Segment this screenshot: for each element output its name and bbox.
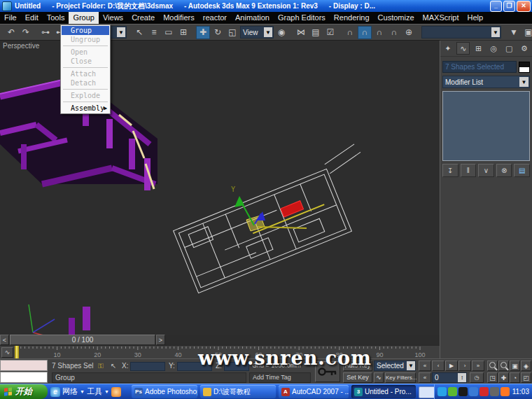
group-menu-item-open[interactable]: Open (62, 48, 109, 57)
flashget-tray-icon[interactable] (500, 387, 510, 396)
add-time-tag[interactable]: Add Time Tag (249, 372, 311, 383)
reference-coordinate-dropdown[interactable]: View ▼ (240, 26, 274, 38)
menu-item-rendering[interactable]: Rendering (330, 12, 374, 24)
transform-typein-mode-icon[interactable]: ↖ (111, 362, 116, 370)
viewport-label[interactable]: Perspective (3, 42, 39, 50)
key-mode-toggle-button[interactable]: « (419, 372, 431, 383)
spinner-snap-icon[interactable]: ∩ (387, 26, 401, 39)
gray-tray-icon[interactable] (490, 387, 499, 396)
key-mode-dropdown[interactable]: Selected ▼ (374, 360, 416, 371)
zoom-extents-icon[interactable]: ▣ (510, 360, 520, 371)
group-menu-item-attach[interactable]: Attach (62, 69, 109, 78)
taskbar-task-2[interactable]: D:\波哥教程 (200, 385, 276, 398)
menu-item-tools[interactable]: Tools (43, 12, 69, 24)
orange-app-icon[interactable] (111, 387, 121, 397)
select-and-link-icon[interactable]: ⊶ (38, 26, 52, 39)
taskbar-task-3[interactable]: AAutoCAD 2007 - ... (279, 385, 349, 398)
language-bar-icon[interactable] (419, 386, 435, 398)
menu-item-views[interactable]: Views (99, 12, 127, 24)
quick-launch-network[interactable]: 网络 (62, 386, 78, 397)
msn-tray-icon[interactable] (469, 387, 478, 396)
tab-display-icon[interactable]: ▢ (503, 42, 516, 55)
menu-item-maxscript[interactable]: MAXScript (419, 12, 463, 24)
object-name-field[interactable]: 7 Shapes Selected (442, 61, 517, 73)
window-crossing-icon[interactable]: ⊞ (176, 26, 190, 39)
undo-icon[interactable]: ↶ (4, 26, 18, 39)
pin-stack-button[interactable]: ↧ (442, 164, 458, 177)
menu-item-edit[interactable]: Edit (21, 12, 43, 24)
group-menu-item-assembly[interactable]: Assembly▶ (62, 104, 109, 113)
zoom-icon[interactable] (487, 360, 498, 371)
material-editor-icon[interactable]: ▼ (507, 26, 521, 39)
render-setup-icon[interactable]: ▣ (522, 26, 532, 39)
taskbar-task-4[interactable]: 3Untitled - Pro... (351, 385, 416, 398)
group-menu-item-detach[interactable]: Detach (62, 78, 109, 88)
configure-modifier-sets-button[interactable]: ▤ (514, 164, 530, 177)
maxscript-listener-white[interactable] (0, 372, 48, 383)
qq-tray-icon[interactable] (458, 387, 468, 396)
mirror-icon[interactable]: ⋈ (294, 26, 308, 39)
go-to-start-button[interactable]: « (419, 360, 431, 371)
angle-snap-icon[interactable]: ∩ (358, 26, 372, 39)
region-zoom-icon[interactable]: ◳ (487, 372, 498, 383)
tab-utilities-icon[interactable]: ⚙ (518, 42, 531, 55)
maximize-viewport-toggle-icon[interactable]: ◰ (521, 372, 531, 383)
menu-item-create[interactable]: Create (127, 12, 159, 24)
set-key-button[interactable]: Set Key (343, 372, 372, 383)
select-and-move-icon[interactable]: ✚ (196, 26, 210, 39)
percent-snap-icon[interactable]: ∩ (372, 26, 386, 39)
select-by-name-icon[interactable]: ≡ (147, 26, 161, 39)
modifier-list-dropdown[interactable]: Modifier List ▼ (442, 76, 530, 88)
object-color-swatch[interactable] (519, 62, 530, 73)
menu-item-modifiers[interactable]: Modifiers (159, 12, 199, 24)
taskbar-task-1[interactable]: PsAdobe Photoshop (132, 385, 197, 398)
group-menu-item-group[interactable]: Group (62, 26, 109, 35)
menu-item-help[interactable]: Help (463, 12, 488, 24)
rectangular-selection-region-icon[interactable]: ▭ (162, 26, 176, 39)
tab-create-icon[interactable]: ✦ (441, 42, 454, 55)
select-and-rotate-icon[interactable]: ↻ (211, 26, 225, 39)
menu-item-reactor[interactable]: reactor (199, 12, 231, 24)
next-frame-arrow[interactable]: > (156, 335, 165, 345)
maximize-button[interactable]: ❐ (503, 1, 515, 12)
ie-icon[interactable]: e (50, 387, 60, 397)
quick-launch-tools[interactable]: 工具 (87, 386, 102, 397)
zoom-extents-all-icon[interactable]: ◈ (521, 360, 531, 371)
tab-hierarchy-icon[interactable]: ⊞ (472, 42, 485, 55)
tab-modify-icon[interactable]: ∿ (456, 42, 470, 55)
close-button[interactable]: ✕ (517, 1, 531, 12)
time-slider-handle[interactable]: 0 / 100 (10, 335, 155, 345)
menu-item-customize[interactable]: Customize (374, 12, 419, 24)
zoom-all-icon[interactable] (498, 360, 509, 371)
menu-item-file[interactable]: File (0, 12, 21, 24)
menu-item-animation[interactable]: Animation (231, 12, 274, 24)
pan-hand-icon[interactable]: ✚ (498, 372, 509, 383)
new-key-default-icon[interactable]: ∿ (374, 372, 384, 383)
green-im-tray-icon[interactable] (448, 387, 457, 396)
layer-manager-icon[interactable]: ☑ (323, 26, 337, 39)
time-configuration-button[interactable]: ◷ (470, 372, 484, 383)
select-and-scale-icon[interactable]: ◱ (225, 26, 239, 39)
chevron-down-icon[interactable]: ▼ (104, 389, 109, 394)
chevron-down-icon[interactable]: ▼ (80, 389, 85, 394)
x-coordinate-field[interactable] (130, 362, 165, 371)
snap-toggle-icon[interactable]: ∩ (343, 26, 357, 39)
named-selection-sets-dropdown[interactable]: ▼ (421, 26, 501, 38)
make-unique-button[interactable]: ∨ (478, 164, 494, 177)
current-frame-field[interactable]: 0 ↕ (432, 372, 467, 383)
keyboard-shortcut-override-icon[interactable]: ⊕ (402, 26, 416, 39)
modifier-stack-list[interactable] (442, 91, 530, 161)
arc-rotate-icon[interactable]: ◔ (510, 372, 520, 383)
tab-motion-icon[interactable]: ◎ (487, 42, 500, 55)
menu-item-graph-editors[interactable]: Graph Editors (274, 12, 330, 24)
align-icon[interactable]: ▤ (309, 26, 323, 39)
menu-item-group[interactable]: Group (69, 12, 99, 24)
maxscript-listener-pink[interactable] (0, 360, 48, 371)
remove-modifier-button[interactable]: ⊗ (496, 164, 512, 177)
select-object-icon[interactable]: ↖ (132, 26, 146, 39)
thunder-tray-icon[interactable] (438, 387, 447, 396)
group-menu-item-ungroup[interactable]: Ungroup (62, 35, 109, 44)
previous-frame-arrow[interactable]: < (0, 335, 9, 345)
key-filters-button[interactable]: Key Filters... (385, 372, 416, 383)
minimize-button[interactable]: _ (490, 1, 502, 12)
